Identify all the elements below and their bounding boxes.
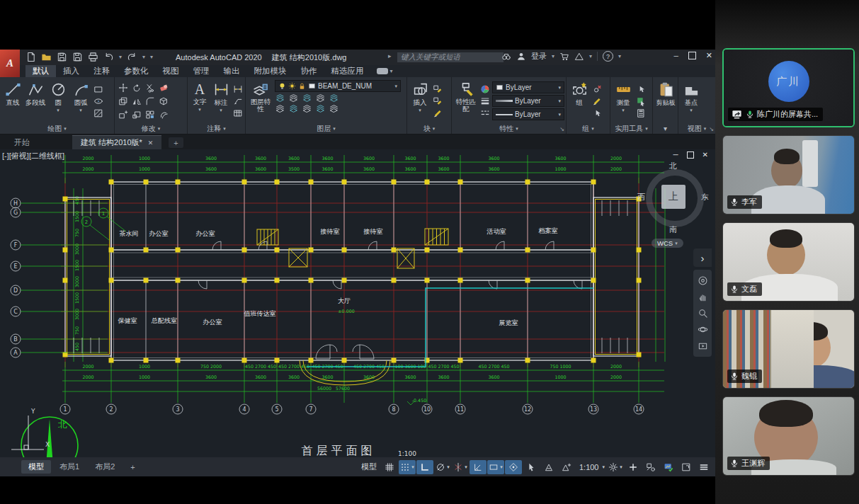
file-tab-start[interactable]: 开始 <box>6 136 38 149</box>
undo-icon[interactable] <box>103 52 114 62</box>
layer-copy-icon[interactable] <box>329 104 339 113</box>
search-expand-icon[interactable]: ▸ <box>388 52 392 59</box>
view-dialog-launcher[interactable]: ↘ <box>709 126 714 132</box>
undo-caret[interactable]: ▾ <box>119 54 122 60</box>
linetype-list-icon[interactable] <box>480 108 490 118</box>
viewcube-west[interactable]: 西 <box>637 192 645 202</box>
quick-select-icon[interactable] <box>636 84 646 94</box>
viewcube[interactable]: 北 西 东 南 上 WCS▾ <box>636 159 711 247</box>
palette-collapse-arrow[interactable]: › <box>693 248 712 267</box>
object-color-dropdown[interactable]: ByLayer▾ <box>492 81 564 93</box>
polar-tracking[interactable]: ▾ <box>434 460 451 474</box>
panel-label-layers[interactable]: 图层▾ <box>246 123 406 134</box>
viewcube-north[interactable]: 北 <box>669 161 677 171</box>
viewcube-top-face[interactable]: 上 <box>661 185 686 209</box>
mirror-icon[interactable] <box>132 96 142 106</box>
signin-caret[interactable]: ▾ <box>552 53 554 59</box>
viewcube-south[interactable]: 南 <box>669 224 677 235</box>
line-button[interactable]: 直线 <box>2 79 23 123</box>
model-space-button[interactable]: 模型 <box>358 460 380 474</box>
nav-wheel-icon[interactable] <box>698 275 708 286</box>
help-caret[interactable]: ▾ <box>618 53 621 59</box>
lineweight-list-icon[interactable] <box>480 96 490 106</box>
select-all-icon[interactable] <box>636 96 646 106</box>
object-snap-tracking[interactable] <box>470 460 487 474</box>
fillet-icon[interactable] <box>145 96 155 106</box>
panel-label-draw[interactable]: 绘图▾ <box>0 123 114 134</box>
clean-screen[interactable] <box>678 460 695 474</box>
viewport-controls-label[interactable]: [-][俯视][二维线框] <box>2 151 64 161</box>
layer-off-icon[interactable] <box>275 104 285 113</box>
layout-tab[interactable]: + <box>123 462 142 473</box>
grid-display[interactable] <box>381 460 398 474</box>
paste-button[interactable]: 剪贴板 <box>655 79 676 123</box>
signin-icon[interactable] <box>516 52 526 62</box>
drawing-canvas[interactable]: .dim{fill:#2fd42f;font-size:6.3px;text-a… <box>0 149 715 457</box>
close-button[interactable]: ✕ <box>706 51 712 60</box>
魏锟[interactable]: 魏锟 <box>722 309 855 389</box>
file-tab-doc[interactable]: 建筑 结构2010版*✕ <box>72 135 161 149</box>
open-file-icon[interactable] <box>41 52 52 62</box>
陈广川的屏幕共...[interactable]: 广川 陈广川的屏幕共... <box>722 48 855 127</box>
ortho-mode[interactable] <box>416 460 433 474</box>
copy-icon[interactable] <box>118 96 128 106</box>
autocad-app-button[interactable]: A <box>0 50 20 77</box>
maximize-button[interactable] <box>688 52 696 59</box>
ribbon-tab[interactable]: 管理 <box>186 65 217 77</box>
panel-label-block[interactable]: 块▾ <box>407 123 451 134</box>
match-properties-button[interactable]: 特性匹配 <box>454 79 478 123</box>
tab-close-icon[interactable]: ✕ <box>148 139 154 147</box>
properties-dialog-launcher[interactable]: ↘ <box>559 126 564 132</box>
basepoint-button[interactable]: 基点▾ <box>681 79 702 123</box>
ribbon-tab[interactable]: 附加模块 <box>247 65 294 77</box>
create-block-icon[interactable] <box>433 84 443 94</box>
panel-label-groups[interactable]: 组▾ <box>567 123 610 134</box>
rectangle-icon[interactable] <box>93 84 103 94</box>
qat-more-caret[interactable]: ▾ <box>150 54 153 60</box>
ribbon-tab[interactable]: 输出 <box>217 65 247 77</box>
ellipse-icon[interactable] <box>93 96 103 106</box>
viewcube-east[interactable]: 东 <box>701 192 709 202</box>
layer-match-icon[interactable] <box>329 93 339 103</box>
ribbon-tab[interactable]: 默认 <box>25 65 56 77</box>
snap-mode[interactable]: ▾ <box>399 460 416 474</box>
scale-icon[interactable] <box>132 110 142 120</box>
annotation-autoscale[interactable] <box>558 460 575 474</box>
text-button[interactable]: A文字▾ <box>190 79 210 123</box>
trim-icon[interactable] <box>145 83 155 93</box>
ribbon-tab[interactable]: 参数化 <box>117 65 156 77</box>
ungroup-icon[interactable] <box>592 84 602 94</box>
layer-dropdown[interactable]: BEAM_DE_NUM ▾ <box>275 80 401 92</box>
array-icon[interactable] <box>145 110 155 120</box>
edit-attributes-icon[interactable] <box>433 108 443 118</box>
table-icon[interactable] <box>233 108 243 118</box>
signin-label[interactable]: 登录 <box>531 51 547 62</box>
save-as-icon[interactable] <box>72 52 83 62</box>
layout-tab[interactable]: 布局2 <box>88 460 122 474</box>
doc-close-icon[interactable]: ✕ <box>702 151 708 159</box>
layout-tab[interactable]: 布局1 <box>52 460 86 474</box>
group-button[interactable]: 组 <box>569 79 590 123</box>
offset-icon[interactable] <box>159 110 169 120</box>
object-snap[interactable] <box>505 460 522 474</box>
annotation-scale[interactable]: 1:100 ▾ <box>576 460 606 474</box>
ribbon-tab[interactable]: 视图 <box>156 65 186 77</box>
stretch-icon[interactable] <box>118 110 128 120</box>
new-file-icon[interactable] <box>25 52 36 62</box>
ribbon-tab[interactable]: 精选应用 <box>324 65 371 77</box>
panel-label-annotate[interactable]: 注释▾ <box>188 123 245 134</box>
rotate-icon[interactable] <box>132 83 142 93</box>
ribbon-tab[interactable]: 注释 <box>86 65 117 77</box>
李军[interactable]: 李军 <box>722 135 855 214</box>
graphics-performance[interactable] <box>660 460 677 474</box>
redo-icon[interactable] <box>127 52 137 62</box>
layer-lock-tool-icon[interactable] <box>315 93 326 103</box>
move-icon[interactable] <box>118 83 128 93</box>
help-icon[interactable]: ? <box>603 51 613 62</box>
a360-icon[interactable] <box>574 52 584 62</box>
ribbon-tab[interactable]: 协作 <box>294 65 324 77</box>
panel-label-properties[interactable]: 特性▾ <box>452 123 566 134</box>
linetype-dropdown[interactable]: ByLayer▾ <box>492 108 564 120</box>
explode-icon[interactable] <box>159 96 169 106</box>
layer-properties-button[interactable]: 图层特性 <box>248 79 273 123</box>
